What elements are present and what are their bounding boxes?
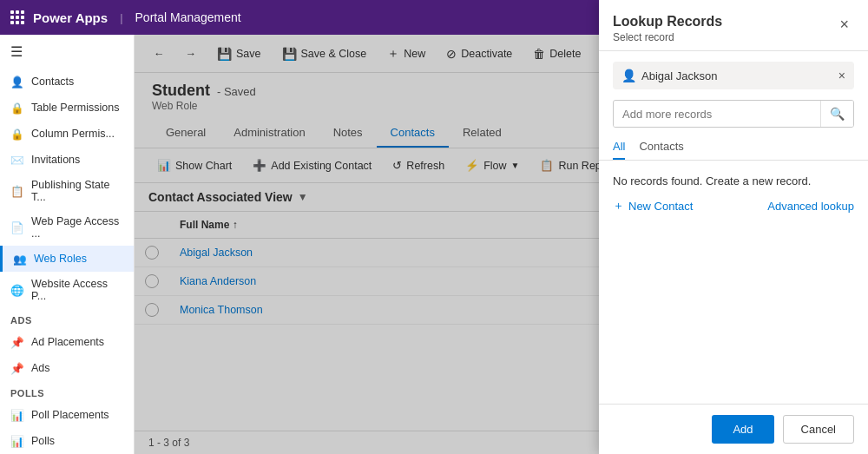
sidebar-label-table-permissions: Table Permissions bbox=[31, 102, 119, 114]
sidebar-label-web-roles: Web Roles bbox=[34, 253, 87, 265]
lookup-header: Lookup Records Select record × bbox=[599, 0, 868, 51]
website-access-icon: 🌐 bbox=[10, 283, 24, 297]
lookup-selected-tag: 👤 Abigal Jackson bbox=[621, 69, 717, 82]
lookup-search-box: 🔍 bbox=[613, 100, 854, 128]
sidebar-item-ads[interactable]: 📌 Ads bbox=[0, 355, 134, 381]
sidebar-item-web-page-access[interactable]: 📄 Web Page Access ... bbox=[0, 209, 134, 246]
poll-placements-icon: 📊 bbox=[10, 408, 24, 422]
grid-icon[interactable] bbox=[10, 10, 24, 24]
lookup-body: No records found. Create a new record. ＋… bbox=[599, 161, 868, 404]
lookup-new-contact-button[interactable]: ＋ New Contact bbox=[613, 198, 693, 214]
sidebar-label-contacts: Contacts bbox=[31, 76, 74, 88]
lookup-advanced-button[interactable]: Advanced lookup bbox=[767, 200, 854, 213]
sidebar-label-website-access: Website Access P... bbox=[31, 278, 123, 302]
app-name: Power Apps bbox=[33, 10, 108, 25]
sidebar-label-invitations: Invitations bbox=[31, 154, 80, 166]
sidebar-item-publishing-state[interactable]: 📋 Publishing State T... bbox=[0, 173, 134, 209]
topbar-separator: | bbox=[120, 11, 122, 24]
sidebar-item-polls[interactable]: 📊 Polls bbox=[0, 428, 134, 454]
lookup-panel: Lookup Records Select record × 👤 Abigal … bbox=[599, 0, 868, 454]
sidebar-label-polls: Polls bbox=[31, 435, 55, 447]
sidebar-label-ads: Ads bbox=[31, 362, 50, 374]
lookup-tabs: All Contacts bbox=[599, 135, 868, 161]
sidebar-item-ad-placements[interactable]: 📌 Ad Placements bbox=[0, 329, 134, 355]
sidebar: ☰ 👤 Contacts 🔒 Table Permissions 🔒 Colum… bbox=[0, 35, 135, 454]
sidebar-item-contacts[interactable]: 👤 Contacts bbox=[0, 69, 134, 95]
lookup-close-button[interactable]: × bbox=[834, 14, 854, 36]
new-contact-label: New Contact bbox=[628, 200, 693, 213]
lookup-search-area: 🔍 bbox=[599, 100, 868, 135]
lookup-tab-contacts[interactable]: Contacts bbox=[639, 135, 683, 160]
lookup-no-results: No records found. Create a new record. bbox=[613, 174, 854, 188]
ads-icon: 📌 bbox=[10, 361, 24, 375]
lookup-title: Lookup Records bbox=[613, 14, 722, 30]
web-page-access-icon: 📄 bbox=[10, 220, 24, 234]
sidebar-item-column-permissions[interactable]: 🔒 Column Permis... bbox=[0, 121, 134, 147]
lookup-search-input[interactable] bbox=[614, 102, 820, 127]
ad-placements-icon: 📌 bbox=[10, 335, 24, 349]
plus-icon: ＋ bbox=[613, 198, 624, 214]
lookup-tag-person-icon: 👤 bbox=[621, 69, 636, 82]
column-permissions-icon: 🔒 bbox=[10, 127, 24, 141]
lookup-add-button[interactable]: Add bbox=[712, 415, 773, 444]
lookup-search-button[interactable]: 🔍 bbox=[820, 101, 853, 127]
lookup-quick-actions: ＋ New Contact Advanced lookup bbox=[613, 198, 854, 214]
sidebar-label-web-page-access: Web Page Access ... bbox=[31, 215, 123, 240]
lookup-footer: Add Cancel bbox=[599, 404, 868, 454]
web-roles-icon: 👥 bbox=[13, 252, 27, 266]
sidebar-item-table-permissions[interactable]: 🔒 Table Permissions bbox=[0, 95, 134, 121]
sidebar-item-invitations[interactable]: ✉️ Invitations bbox=[0, 147, 134, 173]
sidebar-label-poll-placements: Poll Placements bbox=[31, 409, 109, 421]
table-permissions-icon: 🔒 bbox=[10, 101, 24, 115]
lookup-cancel-button[interactable]: Cancel bbox=[783, 415, 854, 444]
lookup-selected-area: 👤 Abigal Jackson × bbox=[613, 62, 854, 89]
invitations-icon: ✉️ bbox=[10, 153, 24, 167]
portal-name: Portal Management bbox=[135, 10, 241, 24]
ads-section-header: Ads bbox=[0, 308, 134, 329]
lookup-subtitle: Select record bbox=[613, 31, 722, 43]
contacts-icon: 👤 bbox=[10, 75, 24, 89]
sidebar-item-web-roles[interactable]: 👥 Web Roles bbox=[0, 246, 134, 272]
sidebar-label-column-permissions: Column Permis... bbox=[31, 128, 115, 140]
publishing-state-icon: 📋 bbox=[10, 184, 24, 198]
sidebar-item-website-access[interactable]: 🌐 Website Access P... bbox=[0, 272, 134, 308]
sidebar-item-poll-placements[interactable]: 📊 Poll Placements bbox=[0, 402, 134, 428]
sidebar-label-publishing-state: Publishing State T... bbox=[31, 179, 123, 203]
lookup-tab-all[interactable]: All bbox=[613, 135, 625, 160]
polls-icon: 📊 bbox=[10, 434, 24, 448]
sidebar-label-ad-placements: Ad Placements bbox=[31, 336, 104, 348]
sidebar-toggle[interactable]: ☰ bbox=[0, 35, 134, 69]
polls-section-header: Polls bbox=[0, 381, 134, 402]
lookup-selected-name: Abigal Jackson bbox=[641, 69, 717, 82]
lookup-remove-button[interactable]: × bbox=[838, 69, 845, 82]
